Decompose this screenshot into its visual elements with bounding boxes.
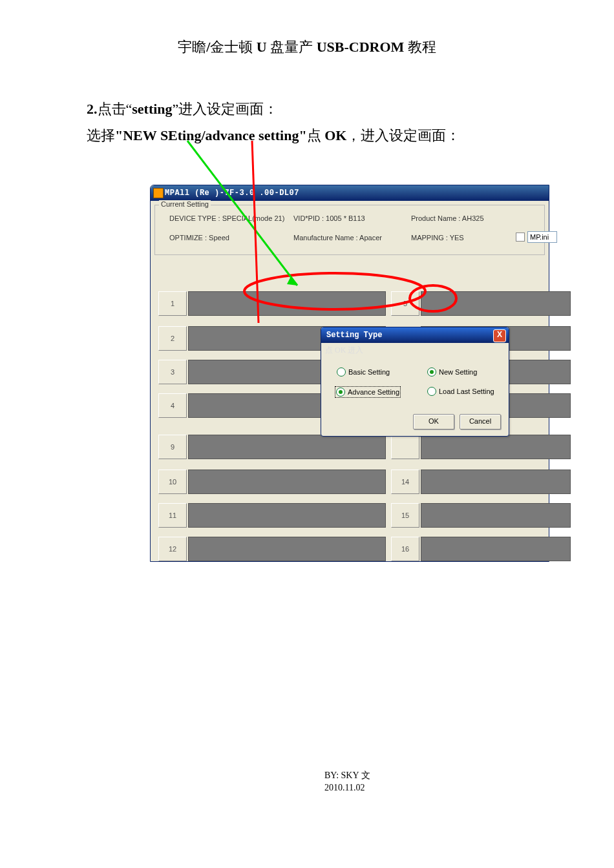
slot-bar [188,537,386,561]
basic-setting-radio[interactable]: Basic Setting [337,367,390,377]
radio-icon [427,367,436,377]
slot-button-4[interactable]: 4 [158,393,187,418]
slot-button-10[interactable]: 10 [158,470,187,494]
current-setting-group: Current Setting DEVICE TYPE : SPECIAL(mo… [154,205,545,255]
close-icon: X [497,330,502,339]
device-type-field: DEVICE TYPE : SPECIAL(mode 21) [169,214,284,222]
slot-bar [421,470,571,494]
radio-label: Advance Setting [348,388,399,396]
slot-button-2[interactable]: 2 [158,326,187,351]
radio-icon [427,387,436,396]
step-heading: 2.点击“setting”进入设定画面： [87,99,278,119]
slot-bar [188,291,386,316]
slot-button-14[interactable]: 14 [391,470,419,494]
optimize-field: OPTIMIZE : Speed [169,234,229,242]
window-titlebar[interactable]: MPAll (Re )-7F-3.0 .00-DL07 [151,185,549,201]
ini-checkbox[interactable] [516,232,525,242]
slot-button-1[interactable]: 1 [158,291,187,316]
slot-button-3[interactable]: 3 [158,360,187,384]
doc-title: 宇瞻/金士顿 U 盘量产 USB-CDROM 教程 [0,37,614,57]
slot-button-5[interactable]: 5 [391,291,419,316]
slot-bar [188,470,386,494]
byline: BY: SKY 文 [324,770,370,781]
radio-icon [336,388,345,397]
slot-bar [421,291,571,316]
step-text: 点 [307,127,325,143]
title-part: U [257,39,267,55]
title-part: USB-CDROM [317,39,405,55]
mapping-field: MAPPING : YES [411,234,464,242]
step-keyword: setting [132,101,172,117]
step-keyword: OK [324,127,346,143]
dialog-titlebar[interactable]: Setting Type X [321,327,509,343]
slot-button-15[interactable]: 15 [391,503,419,528]
close-button[interactable]: X [493,329,506,342]
title-part: 金士顿 [210,39,257,55]
cancel-button[interactable]: Cancel [460,414,501,429]
step-text: 点击“ [98,101,132,117]
slot-button-11[interactable]: 11 [158,503,187,528]
slot-bar [421,503,571,528]
radio-label: Load Last Setting [439,388,494,395]
step-text: 选择 [87,127,115,143]
advance-setting-radio[interactable]: Advance Setting [335,387,400,397]
title-part: 宇瞻 [178,39,206,55]
ok-button[interactable]: OK [413,414,454,429]
ini-field[interactable] [527,231,557,243]
slot-bar [188,435,386,459]
radio-icon [337,367,346,377]
manufacture-field: Manufacture Name : Apacer [293,234,382,242]
slot-bar [188,503,386,528]
new-setting-radio[interactable]: New Setting [427,367,477,377]
radio-label: New Setting [439,368,477,376]
step-subtext: 选择"NEW SEting/advance setting"点 OK，进入设定画… [87,126,460,145]
load-last-setting-radio[interactable]: Load Last Setting [427,387,494,396]
vid-pid-field: VID*PID : 1005 * B113 [293,214,365,222]
doc-date: 2010.11.02 [324,783,365,793]
radio-label: Basic Setting [348,368,390,376]
window-title: MPAll (Re )-7F-3.0 .00-DL07 [165,189,299,198]
step-text: ”进入设定画面： [173,101,279,117]
slot-bar [421,435,571,459]
step-text: ，进入设定画面： [346,127,460,143]
slot-button-12[interactable]: 12 [158,537,187,561]
setting-type-dialog: Setting Type X 点 OK 进入 Basic Setting Adv… [321,327,509,437]
slot-button-13[interactable] [391,435,419,459]
slot-button-9[interactable]: 9 [158,435,187,459]
step-keyword: "NEW SEting/advance setting" [115,127,307,143]
step-number: 2. [87,101,98,117]
dialog-title: Setting Type [326,331,382,340]
product-name-field: Product Name : AH325 [411,214,484,222]
title-part: 盘量产 [267,39,317,55]
slot-bar [421,537,571,561]
title-part: 教程 [404,39,436,55]
app-icon [153,188,164,198]
dialog-hint: 点 OK 进入 [325,345,363,356]
group-legend: Current Setting [159,200,211,208]
slot-button-16[interactable]: 16 [391,537,419,561]
